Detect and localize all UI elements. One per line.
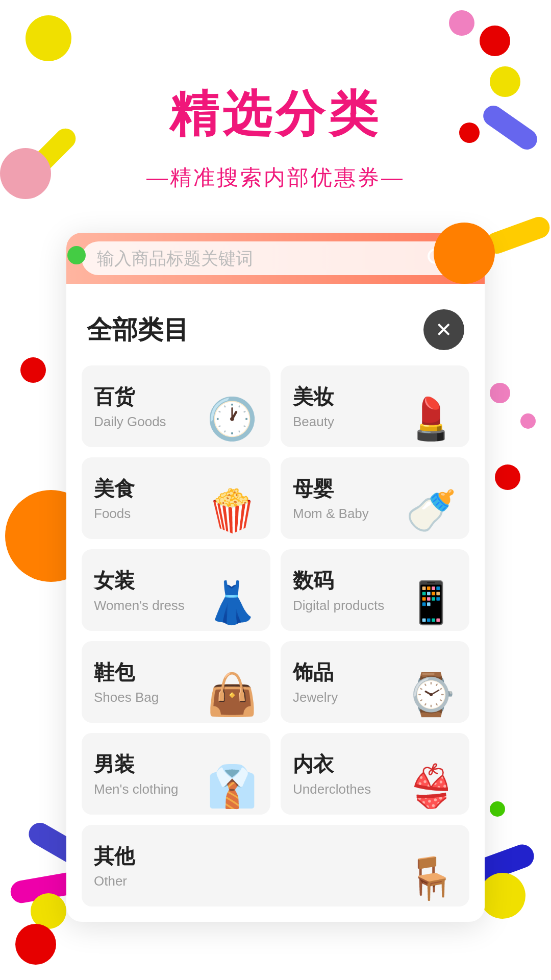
category-icon-shoes-bag: 👜 [199, 662, 265, 723]
category-item-womens-dress[interactable]: 女装 Women's dress 👗 [82, 549, 270, 631]
main-title: 精选分类 [146, 82, 405, 148]
category-icon-digital: 📱 [398, 570, 464, 631]
category-item-mom-baby[interactable]: 母婴 Mom & Baby 🍼 [281, 457, 469, 539]
category-item-digital[interactable]: 数码 Digital products 📱 [281, 549, 469, 631]
category-icon-underclothes: 👙 [398, 753, 464, 815]
close-icon: ✕ [435, 318, 453, 341]
category-icon-foods: 🍿 [199, 478, 265, 539]
search-input[interactable]: 输入商品标题关键词 [82, 241, 469, 275]
category-item-shoes-bag[interactable]: 鞋包 Shoes Bag 👜 [82, 641, 270, 723]
category-icon-mens-clothing: 👔 [199, 753, 265, 815]
category-item-mens-clothing[interactable]: 男装 Men's clothing 👔 [82, 733, 270, 815]
categories-grid: 百货 Daily Goods 🕐 美妆 Beauty 💄 美食 Foods 🍿 … [66, 365, 485, 906]
category-card: 输入商品标题关键词 全部类目 ✕ 百货 D [66, 233, 485, 922]
category-item-underclothes[interactable]: 内衣 Underclothes 👙 [281, 733, 469, 815]
search-placeholder: 输入商品标题关键词 [97, 241, 253, 275]
category-icon-beauty: 💄 [398, 386, 464, 447]
category-item-beauty[interactable]: 美妆 Beauty 💄 [281, 365, 469, 447]
close-button[interactable]: ✕ [423, 309, 464, 350]
category-item-foods[interactable]: 美食 Foods 🍿 [82, 457, 270, 539]
search-bar: 输入商品标题关键词 [66, 233, 485, 284]
section-title: 全部类目 [87, 313, 189, 347]
title-section: 精选分类 —精准搜索内部优惠券— [146, 82, 405, 192]
category-icon-jewelry: ⌚ [398, 662, 464, 723]
search-orange-decoration [434, 223, 495, 284]
section-header: 全部类目 ✕ [66, 299, 485, 365]
category-item-jewelry[interactable]: 饰品 Jewelry ⌚ [281, 641, 469, 723]
subtitle: —精准搜索内部优惠券— [146, 163, 405, 192]
category-icon-mom-baby: 🍼 [398, 478, 464, 539]
category-icon-other: 🪑 [398, 845, 464, 906]
search-bar-wrapper: 输入商品标题关键词 [66, 233, 485, 284]
page-container: 精选分类 —精准搜索内部优惠券— 输入商品标题关键词 全部类目 [0, 0, 551, 980]
category-item-daily-goods[interactable]: 百货 Daily Goods 🕐 [82, 365, 270, 447]
category-icon-daily-goods: 🕐 [199, 386, 265, 447]
category-item-other[interactable]: 其他 Other 🪑 [82, 825, 469, 906]
category-icon-womens-dress: 👗 [199, 570, 265, 631]
